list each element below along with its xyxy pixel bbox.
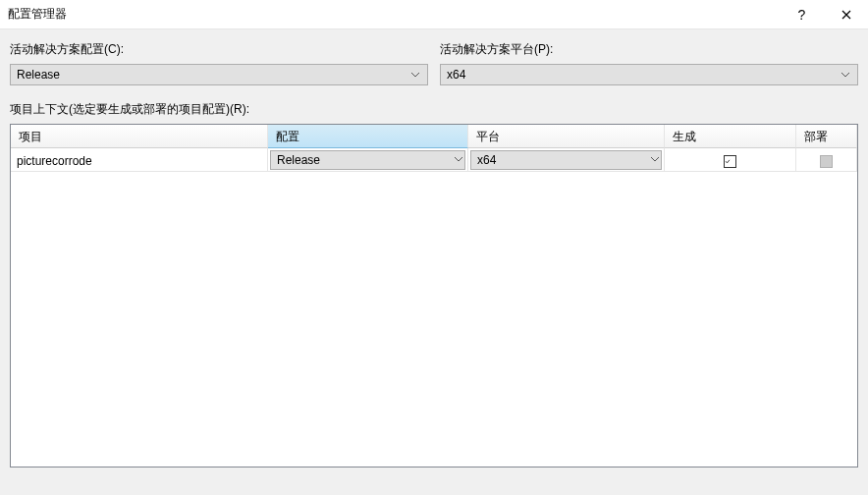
project-contexts-label: 项目上下文(选定要生成或部署的项目配置)(R): — [10, 101, 858, 118]
chevron-down-icon — [651, 157, 659, 162]
grid-header: 项目 配置 平台 生成 部署 — [11, 125, 857, 148]
column-header-deploy[interactable]: 部署 — [796, 125, 857, 148]
cell-deploy — [796, 148, 857, 172]
solution-platform-value: x64 — [447, 68, 838, 82]
solution-config-field: 活动解决方案配置(C): Release — [10, 41, 428, 85]
help-icon: ? — [798, 7, 806, 23]
cell-project[interactable]: picturecorrode — [11, 148, 268, 172]
chevron-down-icon — [838, 73, 853, 78]
chevron-down-icon — [407, 73, 423, 78]
column-header-build[interactable]: 生成 — [665, 125, 796, 148]
column-header-config[interactable]: 配置 — [268, 125, 468, 148]
help-button[interactable]: ? — [780, 0, 824, 29]
table-row: picturecorrode Release x64 — [11, 148, 857, 172]
project-grid: 项目 配置 平台 生成 部署 picturecorrode Release x6… — [10, 124, 858, 468]
chevron-down-icon — [455, 157, 462, 162]
close-button[interactable] — [824, 0, 868, 29]
deploy-checkbox — [820, 155, 833, 168]
close-icon — [841, 10, 851, 20]
solution-config-combo[interactable]: Release — [10, 64, 428, 85]
column-header-project[interactable]: 项目 — [11, 125, 268, 148]
titlebar: 配置管理器 ? — [0, 0, 868, 29]
cell-platform: x64 — [468, 148, 665, 172]
window-title: 配置管理器 — [8, 6, 780, 23]
column-header-platform[interactable]: 平台 — [468, 125, 665, 148]
row-config-value: Release — [277, 153, 455, 167]
row-platform-value: x64 — [477, 153, 651, 167]
build-checkbox[interactable] — [724, 155, 736, 168]
solution-config-label: 活动解决方案配置(C): — [10, 41, 428, 58]
row-platform-combo[interactable]: x64 — [470, 150, 662, 170]
cell-build — [665, 148, 796, 172]
row-config-combo[interactable]: Release — [270, 150, 465, 170]
content-area: 活动解决方案配置(C): Release 活动解决方案平台(P): x64 项目… — [0, 29, 868, 495]
solution-platform-combo[interactable]: x64 — [440, 64, 858, 85]
solution-platform-label: 活动解决方案平台(P): — [440, 41, 858, 58]
cell-config: Release — [268, 148, 468, 172]
solution-config-value: Release — [17, 68, 407, 82]
solution-platform-field: 活动解决方案平台(P): x64 — [440, 41, 858, 85]
